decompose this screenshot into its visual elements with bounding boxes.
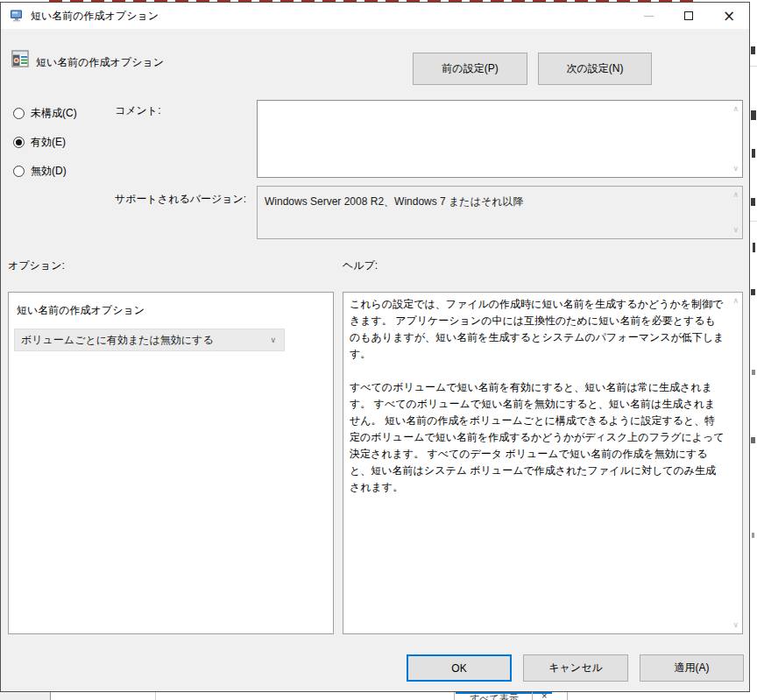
maximize-button[interactable] [669, 3, 709, 29]
window-title: 短い名前の作成オプション [31, 3, 159, 29]
background-fragment [753, 243, 755, 252]
next-setting-button[interactable]: 次の設定(N) [538, 53, 652, 85]
group-policy-app-icon [10, 9, 24, 23]
radio-enabled[interactable]: 有効(E) [13, 136, 66, 148]
help-paragraph: すべてのボリュームで短い名前を有効にすると、短い名前は常に生成されます。 すべて… [350, 379, 725, 496]
option-setting-label: 短い名前の作成オプション [17, 303, 145, 318]
comment-field-wrapper: ∧ ∨ [257, 100, 743, 178]
background-fragment [750, 66, 757, 67]
background-fragment [752, 149, 755, 158]
radio-label: 無効(D) [31, 164, 67, 179]
short-name-creation-dropdown[interactable]: ボリュームごとに有効または無効にする ∨ [14, 329, 285, 351]
policy-setting-icon [11, 50, 29, 67]
background-fragment [752, 370, 755, 375]
background-fragment [454, 692, 455, 700]
comment-input[interactable] [258, 101, 742, 177]
supported-on-field: Windows Server 2008 R2、Windows 7 またはそれ以降… [257, 186, 743, 239]
scroll-up-icon[interactable]: ∧ [732, 297, 739, 305]
scroll-down-icon[interactable]: ∨ [732, 226, 739, 234]
chevron-down-icon: ∨ [270, 329, 276, 350]
screen: すべて表示 × 短い名前の作成オプション [0, 0, 757, 700]
close-button[interactable]: × [709, 3, 749, 29]
background-fragment [751, 289, 755, 295]
setting-title: 短い名前の作成オプション [36, 55, 164, 70]
background-fragment [751, 46, 755, 54]
close-icon: × [723, 9, 735, 24]
help-text: これらの設定では、ファイルの作成時に短い名前を生成するかどうかを制御できます。 … [350, 296, 725, 630]
scroll-up-icon[interactable]: ∧ [732, 191, 739, 199]
background-close-x-icon: × [541, 692, 547, 700]
background-fragment [0, 692, 50, 700]
maximize-icon [684, 11, 693, 20]
radio-circle-selected[interactable] [13, 137, 25, 148]
supported-on-label: サポートされるバージョン: [115, 192, 246, 207]
radio-circle[interactable] [13, 166, 25, 177]
scroll-down-icon[interactable]: ∨ [732, 165, 739, 173]
radio-label: 未構成(C) [31, 106, 77, 121]
background-window-right-sliver [750, 2, 757, 692]
help-paragraph: これらの設定では、ファイルの作成時に短い名前を生成するかどうかを制御できます。 … [350, 296, 725, 363]
ok-button[interactable]: OK [407, 654, 512, 682]
radio-disabled[interactable]: 無効(D) [13, 165, 67, 177]
titlebar[interactable]: 短い名前の作成オプション × [1, 3, 749, 29]
comment-label: コメント: [115, 103, 160, 118]
background-fragment [751, 198, 755, 206]
background-fragment [567, 692, 568, 700]
background-fragment [50, 692, 51, 700]
minimize-button[interactable] [628, 3, 669, 29]
options-section-label: オプション: [8, 258, 65, 273]
previous-setting-button[interactable]: 前の設定(P) [413, 53, 527, 85]
background-window-bottom-sliver: すべて表示 × [0, 692, 757, 700]
window-controls: × [628, 3, 749, 29]
apply-button[interactable]: 適用(A) [640, 654, 744, 682]
policy-setting-dialog: 短い名前の作成オプション × 短い名前 [0, 2, 750, 692]
radio-circle[interactable] [13, 108, 25, 119]
background-fragment [751, 110, 756, 120]
cancel-button[interactable]: キャンセル [523, 654, 628, 682]
scroll-up-icon[interactable]: ∧ [732, 105, 739, 113]
background-fragment [751, 437, 755, 443]
background-show-all-tab: すべて表示 [470, 693, 519, 700]
minimize-icon [644, 16, 654, 17]
supported-on-value: Windows Server 2008 R2、Windows 7 またはそれ以降 [265, 194, 723, 209]
help-section-label: ヘルプ: [343, 258, 378, 273]
background-fragment [752, 533, 754, 538]
scroll-down-icon[interactable]: ∨ [732, 621, 739, 629]
radio-label: 有効(E) [31, 135, 66, 150]
help-panel: これらの設定では、ファイルの作成時に短い名前を生成するかどうかを制御できます。 … [343, 292, 743, 634]
radio-not-configured[interactable]: 未構成(C) [13, 107, 77, 119]
dropdown-selected-value: ボリュームごとに有効または無効にする [21, 329, 214, 350]
background-fragment [532, 692, 533, 700]
background-fragment [750, 221, 757, 222]
background-fragment [155, 692, 156, 700]
options-panel: 短い名前の作成オプション ボリュームごとに有効または無効にする ∨ [8, 292, 334, 634]
